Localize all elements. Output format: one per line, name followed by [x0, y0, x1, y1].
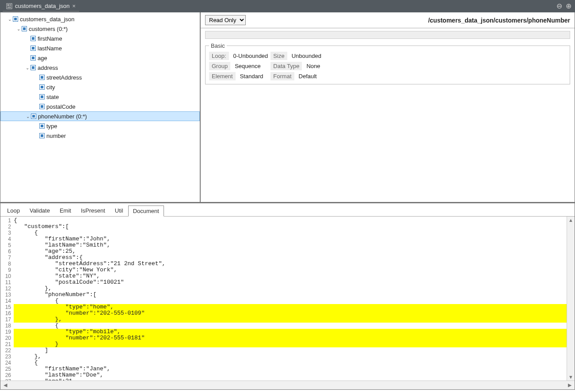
tree-node[interactable]: ⌄phoneNumber (0:*) — [0, 111, 200, 121]
line-text: ] — [14, 347, 575, 354]
prop-label: Loop: — [209, 52, 229, 60]
tree-panel[interactable]: ⌄customers_data_json⌄customers (0:*)firs… — [0, 12, 201, 202]
document-tab[interactable]: customers_data_json × — [3, 1, 79, 11]
node-icon — [39, 84, 45, 90]
svg-rect-0 — [7, 4, 12, 9]
tree-node[interactable]: ⌄customers (0:*) — [0, 24, 200, 34]
minimize-icon[interactable]: ⊖ — [556, 2, 562, 10]
line-text: { — [14, 230, 575, 236]
line-text: "address":{ — [14, 255, 575, 261]
scroll-down-icon[interactable]: ▼ — [568, 374, 573, 380]
tab-loop[interactable]: Loop — [2, 205, 25, 216]
line-number: 13 — [0, 292, 14, 298]
tree-node[interactable]: firstName — [0, 34, 200, 43]
prop-label: Size — [270, 52, 287, 60]
node-icon — [30, 65, 36, 70]
tab-validate[interactable]: Validate — [25, 205, 55, 216]
tree-node[interactable]: postalCode — [0, 102, 200, 111]
scroll-left-icon[interactable]: ◀ — [2, 382, 8, 388]
chevron-down-icon[interactable]: ⌄ — [7, 17, 13, 22]
detail-panel: Read Only /customers_data_json/customers… — [201, 12, 575, 202]
chevron-down-icon[interactable]: ⌄ — [15, 27, 22, 31]
code-line: 1{ — [0, 217, 575, 224]
path-breadcrumb: /customers_data_json/customers/phoneNumb… — [428, 17, 570, 24]
line-number: 10 — [0, 273, 14, 279]
tree-node[interactable]: ⌄customers_data_json — [0, 14, 200, 24]
node-icon — [30, 46, 36, 51]
detail-header: Read Only /customers_data_json/customers… — [201, 12, 575, 28]
code-line: 24 { — [0, 360, 575, 366]
line-text: "lastName":"Doe", — [14, 372, 575, 378]
node-icon — [22, 26, 27, 31]
svg-rect-3 — [9, 5, 11, 6]
line-number: 19 — [0, 329, 14, 335]
line-text: "phoneNumber":[ — [14, 292, 575, 298]
mode-select[interactable]: Read Only — [205, 15, 246, 25]
tab-emit[interactable]: Emit — [55, 205, 76, 216]
tree-node[interactable]: number — [0, 131, 200, 141]
properties-grid: Loop:0-UnboundedSizeUnboundedGroupSequen… — [209, 52, 566, 80]
tab-util[interactable]: Util — [110, 205, 128, 216]
tree-node[interactable]: city — [0, 82, 200, 92]
code-line: 17 }, — [0, 316, 575, 323]
code-line: 14 { — [0, 298, 575, 304]
close-tab-icon[interactable]: × — [72, 3, 76, 9]
tree-node[interactable]: age — [0, 53, 200, 63]
prop-value: Standard — [237, 72, 266, 80]
node-icon — [39, 123, 45, 129]
prop-label: Format — [270, 72, 294, 80]
horizontal-scrollbar[interactable]: ◀ ▶ — [0, 381, 575, 389]
tree-node[interactable]: streetAddress — [0, 72, 200, 82]
tree-node[interactable]: ⌄address — [0, 63, 200, 72]
node-icon — [30, 36, 36, 41]
line-number: 25 — [0, 366, 14, 372]
tree-node-label: lastName — [38, 45, 62, 52]
tree-node[interactable]: state — [0, 92, 200, 102]
code-line: 15 "type":"home", — [0, 304, 575, 310]
code-line: 21 } — [0, 341, 575, 347]
line-text: "lastName":"Smith", — [14, 242, 575, 248]
chevron-down-icon[interactable]: ⌄ — [25, 114, 31, 119]
prop-value: Unbounded — [289, 52, 324, 60]
line-text: "city":"New York", — [14, 267, 575, 273]
tree-node-label: customers_data_json — [20, 16, 75, 23]
code-line: 8 "streetAddress":"21 2nd Street", — [0, 261, 575, 267]
prop-label: Element — [209, 72, 236, 80]
vertical-scrollbar[interactable]: ▲ ▼ — [567, 217, 575, 381]
line-number: 4 — [0, 236, 14, 242]
code-line: 19 "type":"mobile", — [0, 329, 575, 335]
node-icon — [30, 55, 36, 61]
line-number: 14 — [0, 298, 14, 304]
line-text: "age":25, — [14, 248, 575, 255]
line-number: 20 — [0, 335, 14, 341]
code-editor[interactable]: 1{2 "customers":[3 {4 "firstName":"John"… — [0, 217, 575, 381]
title-bar: customers_data_json × ⊖ ⊕ — [0, 0, 575, 12]
scroll-right-icon[interactable]: ▶ — [567, 382, 573, 388]
code-line: 7 "address":{ — [0, 255, 575, 261]
maximize-icon[interactable]: ⊕ — [566, 2, 571, 10]
svg-rect-1 — [8, 4, 9, 6]
tree-node[interactable]: type — [0, 121, 200, 131]
node-icon — [31, 114, 36, 119]
line-text: { — [14, 360, 575, 366]
tab-ispresent[interactable]: IsPresent — [76, 205, 110, 216]
code-line: 11 "postalCode":"10021" — [0, 279, 575, 285]
line-number: 17 — [0, 316, 14, 323]
chevron-down-icon[interactable]: ⌄ — [24, 65, 30, 70]
code-line: 23 }, — [0, 354, 575, 360]
tab-document[interactable]: Document — [128, 206, 164, 217]
line-text: { — [14, 298, 575, 304]
line-text: "customers":[ — [14, 224, 575, 230]
node-icon — [39, 94, 45, 99]
code-line: 10 "state":"NY", — [0, 273, 575, 279]
tree-node-label: age — [38, 55, 47, 61]
document-icon — [6, 3, 12, 9]
tree-node[interactable]: lastName — [0, 43, 200, 53]
line-number: 26 — [0, 372, 14, 378]
line-text: "firstName":"John", — [14, 236, 575, 242]
scroll-up-icon[interactable]: ▲ — [568, 217, 573, 223]
line-text: "postalCode":"10021" — [14, 279, 575, 285]
node-icon — [39, 104, 45, 109]
line-text: "number":"202-555-0181" — [14, 335, 575, 341]
document-tab-label: customers_data_json — [15, 3, 70, 9]
